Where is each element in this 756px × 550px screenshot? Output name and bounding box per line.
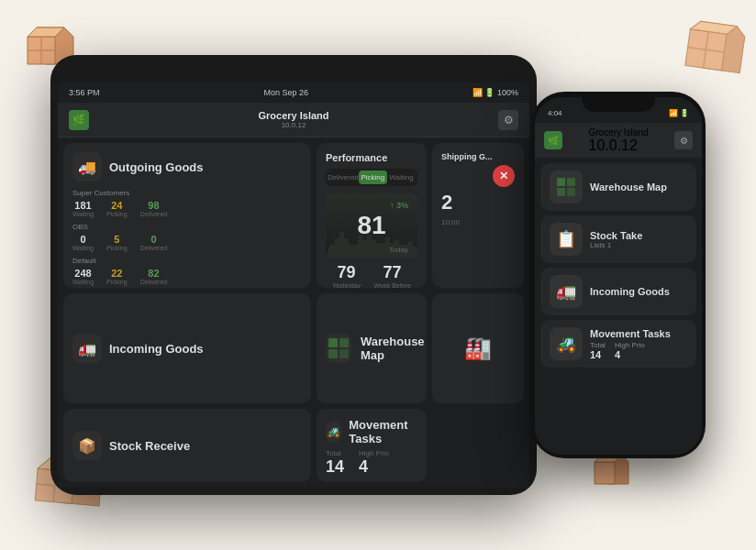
super-customer-name: Super Customers	[72, 189, 302, 197]
tablet-app-logo: 🌿	[69, 110, 89, 130]
customer-default: Default 248 Waiting 22 Picking 8	[72, 257, 302, 285]
tab-delivered[interactable]: Delivered	[328, 170, 359, 184]
week-before-value: 77	[373, 263, 410, 282]
phone-movement-icon: 🚜	[550, 327, 583, 360]
incoming-goods-card[interactable]: 🚛 Incoming Goods	[63, 293, 311, 403]
incoming-goods-icon: 🚛	[72, 334, 102, 363]
default-customer-stats: 248 Waiting 22 Picking 82 Delivered	[72, 268, 302, 285]
svg-rect-21	[339, 349, 349, 358]
deco-box-topright	[662, 0, 756, 106]
phone-warehouse-svg	[555, 176, 577, 198]
phone-app-title: Grocery Island	[588, 127, 648, 138]
warehouse-map-icon	[326, 334, 351, 363]
svg-marker-11	[595, 462, 615, 484]
shipping-card[interactable]: Shipping G... ✕ 2 10:00	[432, 143, 524, 288]
default-customer-name: Default	[72, 257, 302, 265]
stock-receive-title: Stock Receive	[109, 439, 190, 453]
phone-stock-take-card[interactable]: 📋 Stock Take Lists 1	[540, 215, 696, 263]
tablet-header: 🌿 Grocery Island 10.0.12 ⚙	[58, 103, 529, 138]
tablet-device: 3:56 PM Mon Sep 26 📶 🔋 100% 🌿 Grocery Is…	[50, 55, 537, 495]
phone-movement-card[interactable]: 🚜 Movement Tasks Total 14 High Prio 4	[540, 320, 696, 368]
incoming-goods-title: Incoming Goods	[109, 342, 204, 356]
obs-waiting: 0 Waiting	[72, 234, 94, 251]
obs-customer-name: OBS	[72, 223, 302, 231]
customer-super: Super Customers 181 Waiting 24 Picking	[72, 189, 302, 217]
phone-title-block: Grocery Island 10.0.12	[588, 127, 648, 154]
tab-picking[interactable]: Picking	[359, 170, 387, 184]
default-delivered: 82 Delivered	[140, 268, 168, 285]
phone-incoming-text: Incoming Goods	[590, 286, 670, 297]
svg-rect-19	[339, 338, 349, 347]
phone-device: 4:04 📶 🔋 🌿 Grocery Island 10.0.12 ⚙	[531, 92, 706, 458]
performance-history: 79 Yesterday 77 Week Before	[326, 263, 417, 288]
movement-tasks-card[interactable]: 🚜 Movement Tasks Total 14 High Prio 4	[317, 409, 427, 482]
performance-chart: 81 ↑ 3% Today	[326, 193, 417, 258]
tablet-time: 3:56 PM	[69, 88, 100, 97]
phone-incoming-goods-card[interactable]: 🚛 Incoming Goods	[540, 268, 696, 315]
box-svg-topright	[664, 0, 756, 93]
phone-app-version: 10.0.12	[588, 138, 648, 154]
svg-rect-23	[567, 178, 575, 186]
tablet-content: 🚚 Outgoing Goods Super Customers 181 Wai…	[58, 138, 529, 488]
warehouse-map-card[interactable]: Warehouse Map	[317, 293, 427, 403]
outgoing-goods-card[interactable]: 🚚 Outgoing Goods Super Customers 181 Wai…	[63, 143, 311, 288]
movement-tasks-title: Movement Tasks	[349, 418, 417, 446]
phone-settings-button[interactable]: ⚙	[674, 131, 693, 149]
tablet-app-version: 10.0.12	[258, 121, 328, 129]
warehouse-map-title: Warehouse Map	[361, 335, 425, 362]
performance-title: Performance	[326, 152, 417, 163]
obs-picking: 5 Picking	[106, 234, 128, 251]
performance-card[interactable]: Performance Delivered Picking Waiting 81…	[317, 143, 427, 288]
phone-time: 4:04	[548, 109, 562, 117]
stock-receive-card[interactable]: 📦 Stock Receive	[63, 409, 311, 482]
phone-stock-take-text: Stock Take Lists 1	[590, 230, 642, 249]
svg-rect-18	[328, 338, 338, 347]
customer-obs: OBS 0 Waiting 5 Picking 0	[72, 223, 302, 251]
yesterday-value: 79	[332, 263, 361, 282]
shipping-icon-card[interactable]: 🏭	[432, 293, 524, 403]
performance-today-value: 81	[357, 211, 385, 240]
tablet-status-bar: 3:56 PM Mon Sep 26 📶 🔋 100%	[58, 82, 529, 103]
tablet-app-title: Grocery Island	[258, 110, 328, 121]
yesterday-stat: 79 Yesterday	[332, 263, 361, 288]
phone-stock-take-icon: 📋	[550, 223, 583, 256]
phone-header: 🌿 Grocery Island 10.0.12 ⚙	[535, 123, 702, 158]
super-picking: 24 Picking	[106, 200, 128, 217]
phone-warehouse-map-card[interactable]: Warehouse Map	[540, 163, 696, 211]
warehouse-svg-icon	[326, 336, 351, 361]
performance-today-label: Today	[389, 246, 408, 254]
performance-tabs: Delivered Picking Waiting	[326, 169, 417, 186]
tablet-battery: 📶 🔋 100%	[472, 88, 518, 97]
tablet-screen: 3:56 PM Mon Sep 26 📶 🔋 100% 🌿 Grocery Is…	[58, 82, 529, 488]
obs-customer-stats: 0 Waiting 5 Picking 0 Delivered	[72, 234, 302, 251]
movement-total: Total 14	[326, 449, 344, 477]
week-before-label: Week Before	[373, 282, 410, 288]
shipping-value: 2	[441, 191, 515, 214]
phone-total-value: 14	[590, 349, 606, 360]
svg-rect-25	[567, 188, 575, 196]
phone-app-logo: 🌿	[544, 131, 562, 149]
phone-connectivity: 📶 🔋	[669, 109, 689, 117]
shipping-building-icon: 🏭	[464, 336, 492, 361]
svg-rect-22	[557, 178, 565, 186]
tablet-settings-button[interactable]: ⚙	[498, 110, 518, 130]
super-customer-stats: 181 Waiting 24 Picking 98 Delivered	[72, 200, 302, 217]
super-waiting: 181 Waiting	[72, 200, 94, 217]
tab-waiting[interactable]: Waiting	[387, 170, 416, 184]
phone-content: Warehouse Map 📋 Stock Take Lists 1	[535, 158, 702, 373]
tablet-title-block: Grocery Island 10.0.12	[258, 110, 328, 129]
shipping-close-button[interactable]: ✕	[493, 165, 515, 187]
phone-notch	[582, 92, 655, 112]
phone-warehouse-icon	[550, 170, 583, 204]
phone-incoming-icon: 🚛	[550, 275, 583, 308]
phone-movement-stats: Total 14 High Prio 4	[590, 341, 671, 360]
week-before-stat: 77 Week Before	[373, 263, 410, 288]
phone-movement-highprio: High Prio 4	[615, 341, 645, 360]
shipping-title: Shipping G...	[441, 152, 515, 161]
phone-movement-text: Movement Tasks Total 14 High Prio 4	[590, 328, 671, 360]
obs-delivered: 0 Delivered	[140, 234, 168, 251]
svg-rect-24	[557, 188, 565, 196]
default-waiting: 248 Waiting	[72, 268, 94, 285]
performance-change: ↑ 3%	[390, 201, 408, 210]
yesterday-label: Yesterday	[332, 282, 361, 288]
